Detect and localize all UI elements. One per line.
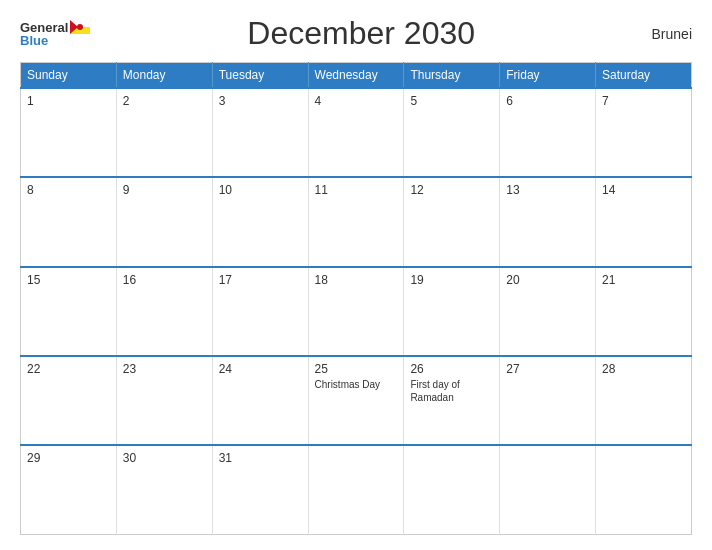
days-header-row: Sunday Monday Tuesday Wednesday Thursday… <box>21 63 692 89</box>
svg-point-3 <box>77 24 83 30</box>
day-number: 15 <box>27 273 110 287</box>
day-number: 20 <box>506 273 589 287</box>
calendar-cell: 16 <box>116 267 212 356</box>
day-number: 30 <box>123 451 206 465</box>
calendar-cell: 1 <box>21 88 117 177</box>
day-number: 9 <box>123 183 206 197</box>
calendar-cell: 9 <box>116 177 212 266</box>
calendar-cell <box>596 445 692 534</box>
calendar-page: General Blue December 2030 Brunei Sunday… <box>0 0 712 550</box>
day-number: 19 <box>410 273 493 287</box>
calendar-cell: 24 <box>212 356 308 445</box>
day-number: 26 <box>410 362 493 376</box>
day-number: 31 <box>219 451 302 465</box>
day-number: 27 <box>506 362 589 376</box>
calendar-cell: 22 <box>21 356 117 445</box>
calendar-cell: 5 <box>404 88 500 177</box>
col-monday: Monday <box>116 63 212 89</box>
week-row-3: 15161718192021 <box>21 267 692 356</box>
day-number: 21 <box>602 273 685 287</box>
calendar-header: Sunday Monday Tuesday Wednesday Thursday… <box>21 63 692 89</box>
day-number: 29 <box>27 451 110 465</box>
day-number: 24 <box>219 362 302 376</box>
day-number: 18 <box>315 273 398 287</box>
calendar-cell: 14 <box>596 177 692 266</box>
logo: General Blue <box>20 20 90 47</box>
calendar-body: 1234567891011121314151617181920212223242… <box>21 88 692 535</box>
calendar-cell: 20 <box>500 267 596 356</box>
day-number: 25 <box>315 362 398 376</box>
calendar-cell: 18 <box>308 267 404 356</box>
country-label: Brunei <box>632 26 692 42</box>
day-number: 22 <box>27 362 110 376</box>
day-number: 10 <box>219 183 302 197</box>
calendar-cell: 28 <box>596 356 692 445</box>
calendar-cell: 19 <box>404 267 500 356</box>
col-wednesday: Wednesday <box>308 63 404 89</box>
day-number: 16 <box>123 273 206 287</box>
day-number: 23 <box>123 362 206 376</box>
day-number: 11 <box>315 183 398 197</box>
day-number: 13 <box>506 183 589 197</box>
calendar-table: Sunday Monday Tuesday Wednesday Thursday… <box>20 62 692 535</box>
calendar-cell: 12 <box>404 177 500 266</box>
calendar-cell: 11 <box>308 177 404 266</box>
calendar-cell: 25Christmas Day <box>308 356 404 445</box>
event-label: First day of Ramadan <box>410 378 493 404</box>
calendar-cell: 15 <box>21 267 117 356</box>
day-number: 28 <box>602 362 685 376</box>
day-number: 8 <box>27 183 110 197</box>
calendar-cell: 2 <box>116 88 212 177</box>
calendar-cell <box>308 445 404 534</box>
col-tuesday: Tuesday <box>212 63 308 89</box>
calendar-cell: 4 <box>308 88 404 177</box>
logo-general-text: General <box>20 21 68 34</box>
calendar-cell: 26First day of Ramadan <box>404 356 500 445</box>
header: General Blue December 2030 Brunei <box>20 15 692 52</box>
calendar-cell <box>404 445 500 534</box>
day-number: 14 <box>602 183 685 197</box>
col-saturday: Saturday <box>596 63 692 89</box>
week-row-4: 22232425Christmas Day26First day of Rama… <box>21 356 692 445</box>
day-number: 17 <box>219 273 302 287</box>
week-row-2: 891011121314 <box>21 177 692 266</box>
calendar-cell: 3 <box>212 88 308 177</box>
col-friday: Friday <box>500 63 596 89</box>
day-number: 7 <box>602 94 685 108</box>
day-number: 1 <box>27 94 110 108</box>
calendar-cell: 23 <box>116 356 212 445</box>
calendar-cell: 7 <box>596 88 692 177</box>
logo-flag-icon <box>70 20 90 34</box>
calendar-cell: 30 <box>116 445 212 534</box>
event-label: Christmas Day <box>315 378 398 391</box>
day-number: 12 <box>410 183 493 197</box>
day-number: 6 <box>506 94 589 108</box>
calendar-cell: 6 <box>500 88 596 177</box>
day-number: 3 <box>219 94 302 108</box>
day-number: 2 <box>123 94 206 108</box>
logo-blue-text: Blue <box>20 34 48 47</box>
page-title: December 2030 <box>90 15 632 52</box>
calendar-cell: 29 <box>21 445 117 534</box>
week-row-1: 1234567 <box>21 88 692 177</box>
col-thursday: Thursday <box>404 63 500 89</box>
calendar-cell: 21 <box>596 267 692 356</box>
calendar-cell: 27 <box>500 356 596 445</box>
calendar-cell <box>500 445 596 534</box>
calendar-cell: 31 <box>212 445 308 534</box>
calendar-cell: 10 <box>212 177 308 266</box>
day-number: 4 <box>315 94 398 108</box>
col-sunday: Sunday <box>21 63 117 89</box>
calendar-cell: 13 <box>500 177 596 266</box>
week-row-5: 293031 <box>21 445 692 534</box>
day-number: 5 <box>410 94 493 108</box>
calendar-cell: 8 <box>21 177 117 266</box>
calendar-cell: 17 <box>212 267 308 356</box>
